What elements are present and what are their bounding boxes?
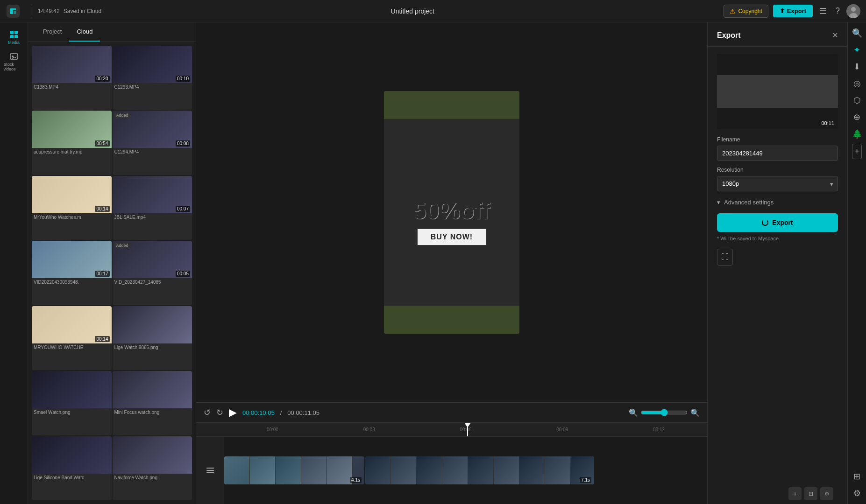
zoom-in-icon[interactable]: 🔍 [690, 408, 700, 417]
media-thumbnail: 00:14 [32, 176, 112, 213]
effects-panel-button[interactable]: ✦ [852, 43, 862, 57]
media-name: Lige Silicone Band Watc [32, 474, 112, 483]
list-item[interactable]: 00:20 C1383.MP4 [32, 46, 112, 110]
list-item[interactable]: 00:14 MRYOUWHO WATCHE [32, 306, 112, 370]
media-duration: 00:54 [95, 140, 109, 147]
list-item[interactable]: Lige Silicone Band Watc [32, 436, 112, 500]
track-label [196, 437, 224, 504]
svg-rect-5 [14, 31, 18, 34]
clip-thumb [365, 456, 391, 484]
media-name: JBL SALE.mp4 [113, 213, 192, 222]
media-thumbnail: 00:07 [113, 176, 192, 213]
list-item[interactable]: Mini Focus watch.png [113, 371, 192, 435]
zoom-out-icon[interactable]: 🔍 [629, 408, 638, 417]
media-name: Naviforce Watch.png [113, 474, 192, 483]
list-item[interactable]: 00:17 VID20220430093948. [32, 241, 112, 305]
export-header: Export × [708, 22, 847, 47]
list-item[interactable]: Added 00:05 VID_20230427_14085 [113, 241, 192, 305]
playhead[interactable] [467, 423, 468, 436]
main-layout: Media Stock videos Project Cloud 00:20 C… [0, 22, 866, 504]
redo-button[interactable]: ↻ [216, 407, 223, 418]
outlook-panel-button[interactable]: ◎ [852, 77, 863, 91]
list-item[interactable]: Added 00:08 C1294.MP4 [113, 111, 192, 175]
export-thumb-duration: 00:11 [821, 120, 834, 126]
clip-thumbnails [365, 456, 594, 484]
media-thumbnail [32, 436, 112, 474]
media-thumbnail: 00:10 [113, 46, 192, 83]
add-panel-button[interactable]: + [852, 144, 862, 159]
media-name: C1383.MP4 [32, 83, 112, 92]
export-close-button[interactable]: × [832, 30, 838, 41]
svg-rect-4 [10, 31, 14, 34]
export-spinner-icon [762, 219, 768, 226]
copyright-button[interactable]: ⚠ Copyright [724, 5, 768, 18]
svg-rect-10 [206, 468, 214, 469]
map-panel-button[interactable]: ⊕ [852, 110, 862, 124]
list-item[interactable]: 00:54 acupressure mat try.mp [32, 111, 112, 175]
export-fullscreen: ⛶ [708, 249, 847, 273]
project-title[interactable]: Untitled project [101, 7, 724, 15]
media-duration: 00:07 [176, 206, 190, 212]
media-name: MRYOUWHO WATCHE [32, 343, 112, 352]
svg-rect-6 [10, 35, 14, 38]
svg-point-9 [12, 56, 14, 57]
tab-cloud[interactable]: Cloud [69, 22, 100, 42]
list-item[interactable]: Lige Watch 9866.png [113, 306, 192, 370]
tab-project[interactable]: Project [35, 22, 69, 42]
play-button[interactable]: ▶ [229, 406, 237, 419]
timeline-controls: ↺ ↻ ▶ 00:00:10:05 / 00:00:11:05 🔍 🔍 [196, 402, 707, 422]
warning-icon: ⚠ [730, 7, 736, 15]
user-avatar[interactable] [846, 4, 860, 18]
media-name: Smael Watch.png [32, 408, 112, 417]
thumb-top [717, 54, 838, 75]
apps-panel-button[interactable]: ⬡ [852, 93, 863, 107]
timeline-ruler: 00:00 00:03 00:06 00:09 00:12 [196, 423, 707, 437]
preview-area: 50%off BUY NOW! ↺ ↻ ▶ 00:00:10:05 / 00:0… [196, 22, 707, 504]
timeline-clip-1[interactable]: 4.1s [224, 456, 364, 484]
media-name: VID20220430093948. [32, 278, 112, 287]
list-item[interactable]: 00:10 C1293.MP4 [113, 46, 192, 110]
export-top-button[interactable]: ⬆ Export [773, 5, 813, 17]
tree-panel-button[interactable]: 🌲 [850, 127, 864, 141]
layout-panel-button[interactable]: ⊞ [852, 469, 862, 483]
undo-button[interactable]: ↺ [204, 407, 211, 418]
fullscreen-button[interactable]: ⛶ [717, 249, 733, 266]
save-status: Saved in Cloud [64, 8, 101, 14]
right-panel: 🔍 ✦ ⬇ ◎ ⬡ ⊕ 🌲 + ⊞ ⚙ [847, 22, 866, 504]
list-item[interactable]: Smael Watch.png [32, 371, 112, 435]
list-item[interactable]: 00:07 JBL SALE.mp4 [113, 176, 192, 240]
export-action-label: Export [772, 219, 793, 226]
export-panel-title: Export [717, 31, 741, 40]
manage-projects-button[interactable]: ☰ [817, 4, 829, 18]
resolution-select-wrapper: 720p 1080p 4K [717, 176, 838, 191]
advanced-settings-toggle[interactable]: ▾ Advanced settings [708, 197, 847, 211]
svg-point-2 [851, 7, 856, 12]
media-name: C1293.MP4 [113, 83, 192, 92]
current-time: 00:00:10:05 [242, 409, 275, 416]
download-panel-button[interactable]: ⬇ [852, 60, 862, 74]
zoom-slider[interactable] [641, 409, 688, 416]
export-preview-thumbnail: 00:11 [717, 54, 838, 129]
export-action-button[interactable]: Export [717, 213, 838, 232]
sale-text: 50%off [413, 197, 490, 224]
timeline-area: 00:00 00:03 00:06 00:09 00:12 [196, 422, 707, 504]
list-item[interactable]: Naviforce Watch.png [113, 436, 192, 500]
timeline-clip-2[interactable]: 7.1s [365, 456, 594, 484]
media-tabs: Project Cloud [28, 22, 196, 42]
settings-panel-button[interactable]: ⚙ [852, 486, 863, 500]
list-item[interactable]: 00:14 MrYouWho Watches.m [32, 176, 112, 240]
export-note: * Will be saved to Myspace [708, 236, 847, 249]
help-button[interactable]: ? [833, 4, 842, 18]
search-panel-button[interactable]: 🔍 [850, 26, 864, 40]
filename-input[interactable] [717, 146, 838, 161]
added-badge: Added [114, 112, 130, 118]
clip-thumb [545, 456, 571, 484]
clip-thumb [327, 456, 353, 484]
resolution-select[interactable]: 720p 1080p 4K [717, 176, 838, 191]
ruler-03: 00:03 [321, 427, 418, 432]
timeline-track: 4.1s [196, 437, 707, 504]
clip-thumb [391, 456, 417, 484]
nav-stock[interactable]: Stock videos [4, 51, 24, 72]
export-icon-top: ⬆ [780, 7, 785, 14]
nav-media[interactable]: Media [4, 27, 24, 48]
